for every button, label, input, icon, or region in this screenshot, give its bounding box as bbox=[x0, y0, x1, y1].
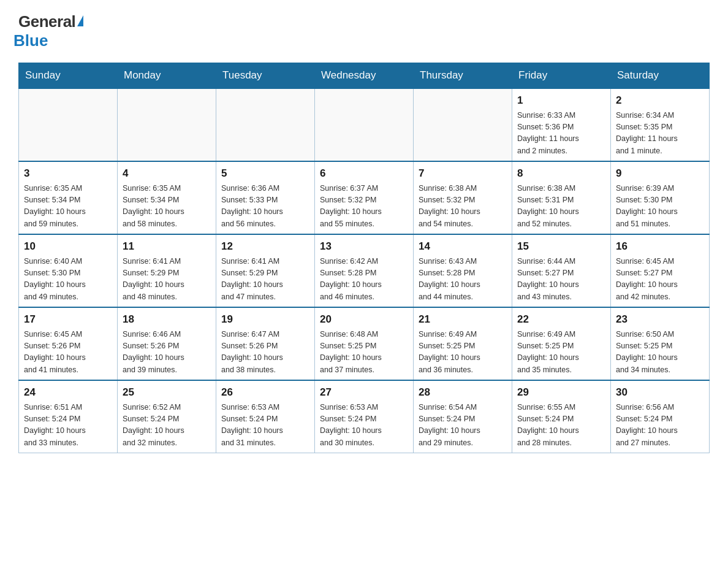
day-info: Sunrise: 6:47 AMSunset: 5:26 PMDaylight:… bbox=[221, 329, 309, 377]
calendar-cell: 22Sunrise: 6:49 AMSunset: 5:25 PMDayligh… bbox=[512, 307, 611, 380]
day-info: Sunrise: 6:54 AMSunset: 5:24 PMDaylight:… bbox=[419, 402, 507, 450]
calendar-cell: 27Sunrise: 6:53 AMSunset: 5:24 PMDayligh… bbox=[315, 380, 414, 453]
calendar-cell: 11Sunrise: 6:41 AMSunset: 5:29 PMDayligh… bbox=[118, 234, 216, 307]
logo-blue-text: Blue bbox=[13, 31, 48, 50]
weekday-header-wednesday: Wednesday bbox=[315, 63, 414, 89]
day-number: 14 bbox=[419, 239, 507, 255]
calendar-cell: 29Sunrise: 6:55 AMSunset: 5:24 PMDayligh… bbox=[512, 380, 611, 453]
logo-general-text: General bbox=[18, 12, 75, 31]
calendar-cell: 13Sunrise: 6:42 AMSunset: 5:28 PMDayligh… bbox=[315, 234, 414, 307]
calendar-cell: 12Sunrise: 6:41 AMSunset: 5:29 PMDayligh… bbox=[216, 234, 315, 307]
calendar-cell: 5Sunrise: 6:36 AMSunset: 5:33 PMDaylight… bbox=[216, 161, 315, 234]
day-number: 3 bbox=[24, 166, 112, 182]
day-info: Sunrise: 6:35 AMSunset: 5:34 PMDaylight:… bbox=[24, 183, 112, 231]
calendar-cell: 20Sunrise: 6:48 AMSunset: 5:25 PMDayligh… bbox=[315, 307, 414, 380]
calendar-cell: 18Sunrise: 6:46 AMSunset: 5:26 PMDayligh… bbox=[118, 307, 216, 380]
day-info: Sunrise: 6:40 AMSunset: 5:30 PMDaylight:… bbox=[24, 256, 112, 304]
logo: General Blue bbox=[18, 12, 83, 50]
weekday-header-monday: Monday bbox=[118, 63, 216, 89]
logo-triangle-icon bbox=[77, 15, 83, 26]
day-info: Sunrise: 6:39 AMSunset: 5:30 PMDaylight:… bbox=[616, 183, 704, 231]
day-number: 17 bbox=[24, 312, 112, 327]
day-info: Sunrise: 6:45 AMSunset: 5:26 PMDaylight:… bbox=[24, 329, 112, 377]
day-number: 24 bbox=[24, 385, 112, 400]
day-number: 25 bbox=[123, 385, 211, 400]
day-info: Sunrise: 6:38 AMSunset: 5:32 PMDaylight:… bbox=[419, 183, 507, 231]
day-number: 23 bbox=[616, 312, 704, 327]
weekday-header-thursday: Thursday bbox=[414, 63, 512, 89]
calendar-cell: 14Sunrise: 6:43 AMSunset: 5:28 PMDayligh… bbox=[414, 234, 512, 307]
day-info: Sunrise: 6:37 AMSunset: 5:32 PMDaylight:… bbox=[320, 183, 408, 231]
weekday-header-saturday: Saturday bbox=[611, 63, 710, 89]
calendar-cell: 1Sunrise: 6:33 AMSunset: 5:36 PMDaylight… bbox=[512, 88, 611, 161]
calendar-cell: 19Sunrise: 6:47 AMSunset: 5:26 PMDayligh… bbox=[216, 307, 315, 380]
week-row-4: 17Sunrise: 6:45 AMSunset: 5:26 PMDayligh… bbox=[19, 307, 710, 380]
calendar-cell bbox=[414, 88, 512, 161]
weekday-header-tuesday: Tuesday bbox=[216, 63, 315, 89]
day-info: Sunrise: 6:51 AMSunset: 5:24 PMDaylight:… bbox=[24, 402, 112, 450]
day-number: 18 bbox=[123, 312, 211, 327]
day-number: 8 bbox=[517, 166, 605, 182]
calendar-table: SundayMondayTuesdayWednesdayThursdayFrid… bbox=[18, 63, 710, 453]
calendar-cell: 17Sunrise: 6:45 AMSunset: 5:26 PMDayligh… bbox=[19, 307, 118, 380]
day-info: Sunrise: 6:36 AMSunset: 5:33 PMDaylight:… bbox=[221, 183, 309, 231]
calendar-cell bbox=[118, 88, 216, 161]
day-number: 1 bbox=[517, 93, 605, 109]
day-info: Sunrise: 6:41 AMSunset: 5:29 PMDaylight:… bbox=[221, 256, 309, 304]
week-row-3: 10Sunrise: 6:40 AMSunset: 5:30 PMDayligh… bbox=[19, 234, 710, 307]
day-info: Sunrise: 6:42 AMSunset: 5:28 PMDaylight:… bbox=[320, 256, 408, 304]
day-number: 13 bbox=[320, 239, 408, 255]
calendar-cell: 3Sunrise: 6:35 AMSunset: 5:34 PMDaylight… bbox=[19, 161, 118, 234]
calendar-cell bbox=[19, 88, 118, 161]
day-number: 22 bbox=[517, 312, 605, 327]
day-info: Sunrise: 6:44 AMSunset: 5:27 PMDaylight:… bbox=[517, 256, 605, 304]
day-number: 21 bbox=[419, 312, 507, 327]
calendar-cell bbox=[216, 88, 315, 161]
day-info: Sunrise: 6:55 AMSunset: 5:24 PMDaylight:… bbox=[517, 402, 605, 450]
calendar-cell: 15Sunrise: 6:44 AMSunset: 5:27 PMDayligh… bbox=[512, 234, 611, 307]
day-number: 7 bbox=[419, 166, 507, 182]
calendar-cell: 8Sunrise: 6:38 AMSunset: 5:31 PMDaylight… bbox=[512, 161, 611, 234]
weekday-header-sunday: Sunday bbox=[19, 63, 118, 89]
calendar-cell: 2Sunrise: 6:34 AMSunset: 5:35 PMDaylight… bbox=[611, 88, 710, 161]
calendar-cell: 30Sunrise: 6:56 AMSunset: 5:24 PMDayligh… bbox=[611, 380, 710, 453]
day-info: Sunrise: 6:53 AMSunset: 5:24 PMDaylight:… bbox=[320, 402, 408, 450]
day-info: Sunrise: 6:35 AMSunset: 5:34 PMDaylight:… bbox=[123, 183, 211, 231]
day-number: 27 bbox=[320, 385, 408, 400]
calendar-cell: 24Sunrise: 6:51 AMSunset: 5:24 PMDayligh… bbox=[19, 380, 118, 453]
day-info: Sunrise: 6:33 AMSunset: 5:36 PMDaylight:… bbox=[517, 110, 605, 158]
day-number: 12 bbox=[221, 239, 309, 255]
day-info: Sunrise: 6:49 AMSunset: 5:25 PMDaylight:… bbox=[517, 329, 605, 377]
day-info: Sunrise: 6:52 AMSunset: 5:24 PMDaylight:… bbox=[123, 402, 211, 450]
calendar-cell: 23Sunrise: 6:50 AMSunset: 5:25 PMDayligh… bbox=[611, 307, 710, 380]
day-number: 4 bbox=[123, 166, 211, 182]
day-info: Sunrise: 6:45 AMSunset: 5:27 PMDaylight:… bbox=[616, 256, 704, 304]
day-info: Sunrise: 6:49 AMSunset: 5:25 PMDaylight:… bbox=[419, 329, 507, 377]
calendar-cell: 7Sunrise: 6:38 AMSunset: 5:32 PMDaylight… bbox=[414, 161, 512, 234]
day-number: 2 bbox=[616, 93, 704, 109]
day-number: 5 bbox=[221, 166, 309, 182]
week-row-2: 3Sunrise: 6:35 AMSunset: 5:34 PMDaylight… bbox=[19, 161, 710, 234]
day-number: 16 bbox=[616, 239, 704, 255]
calendar-cell: 16Sunrise: 6:45 AMSunset: 5:27 PMDayligh… bbox=[611, 234, 710, 307]
calendar-cell: 25Sunrise: 6:52 AMSunset: 5:24 PMDayligh… bbox=[118, 380, 216, 453]
weekday-header-row: SundayMondayTuesdayWednesdayThursdayFrid… bbox=[19, 63, 710, 89]
day-number: 30 bbox=[616, 385, 704, 400]
day-info: Sunrise: 6:38 AMSunset: 5:31 PMDaylight:… bbox=[517, 183, 605, 231]
day-number: 19 bbox=[221, 312, 309, 327]
calendar-cell: 28Sunrise: 6:54 AMSunset: 5:24 PMDayligh… bbox=[414, 380, 512, 453]
day-number: 6 bbox=[320, 166, 408, 182]
weekday-header-friday: Friday bbox=[512, 63, 611, 89]
calendar-cell: 4Sunrise: 6:35 AMSunset: 5:34 PMDaylight… bbox=[118, 161, 216, 234]
day-info: Sunrise: 6:53 AMSunset: 5:24 PMDaylight:… bbox=[221, 402, 309, 450]
day-number: 15 bbox=[517, 239, 605, 255]
day-number: 28 bbox=[419, 385, 507, 400]
calendar-cell bbox=[315, 88, 414, 161]
calendar-cell: 9Sunrise: 6:39 AMSunset: 5:30 PMDaylight… bbox=[611, 161, 710, 234]
day-info: Sunrise: 6:56 AMSunset: 5:24 PMDaylight:… bbox=[616, 402, 704, 450]
day-info: Sunrise: 6:50 AMSunset: 5:25 PMDaylight:… bbox=[616, 329, 704, 377]
page-header: General Blue bbox=[18, 12, 710, 50]
calendar-cell: 21Sunrise: 6:49 AMSunset: 5:25 PMDayligh… bbox=[414, 307, 512, 380]
day-number: 11 bbox=[123, 239, 211, 255]
calendar-cell: 26Sunrise: 6:53 AMSunset: 5:24 PMDayligh… bbox=[216, 380, 315, 453]
